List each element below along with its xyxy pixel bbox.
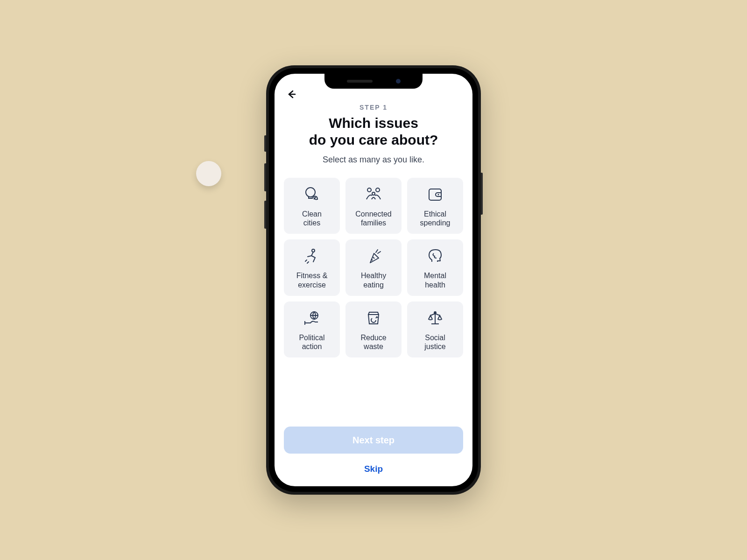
scales-icon bbox=[425, 309, 445, 329]
issue-label: Connected families bbox=[355, 210, 391, 227]
issue-label: Social justice bbox=[424, 333, 445, 351]
step-label: STEP 1 bbox=[284, 104, 463, 111]
issue-label: Political action bbox=[299, 333, 324, 351]
arrow-left-icon bbox=[286, 89, 297, 100]
head-brain-icon bbox=[425, 247, 445, 266]
issue-label: Reduce waste bbox=[360, 333, 386, 351]
issue-card-connected-families[interactable]: Connected families bbox=[345, 178, 402, 234]
hand-globe-icon bbox=[302, 309, 322, 329]
issue-card-clean-cities[interactable]: Clean cities bbox=[284, 178, 340, 234]
issue-card-mental-health[interactable]: Mental health bbox=[407, 239, 463, 295]
issue-label: Ethical spending bbox=[420, 210, 451, 227]
issue-card-fitness-exercise[interactable]: Fitness & exercise bbox=[284, 239, 340, 295]
skip-link[interactable]: Skip bbox=[284, 464, 463, 474]
phone-frame: STEP 1 Which issues do you care about? S… bbox=[266, 65, 481, 495]
recycle-box-icon bbox=[364, 309, 383, 329]
issue-card-political-action[interactable]: Political action bbox=[284, 301, 340, 357]
page-subtitle: Select as many as you like. bbox=[284, 155, 463, 165]
issues-grid: Clean citiesConnected familiesEthical sp… bbox=[284, 178, 463, 357]
cursor-indicator bbox=[196, 161, 221, 186]
family-icon bbox=[364, 185, 383, 205]
issue-label: Healthy eating bbox=[361, 271, 386, 289]
issue-card-reduce-waste[interactable]: Reduce waste bbox=[345, 301, 402, 357]
issue-card-healthy-eating[interactable]: Healthy eating bbox=[345, 239, 402, 295]
carrot-icon bbox=[364, 247, 383, 266]
notch bbox=[324, 74, 423, 89]
back-button[interactable] bbox=[284, 87, 299, 102]
issue-label: Mental health bbox=[424, 271, 446, 289]
next-step-button[interactable]: Next step bbox=[284, 427, 463, 454]
issue-label: Clean cities bbox=[302, 210, 322, 227]
bulb-leaf-icon bbox=[302, 185, 322, 205]
page-title: Which issues do you care about? bbox=[284, 115, 463, 148]
issue-label: Fitness & exercise bbox=[296, 271, 328, 289]
screen: STEP 1 Which issues do you care about? S… bbox=[275, 74, 472, 486]
wallet-icon bbox=[425, 185, 445, 205]
issue-card-social-justice[interactable]: Social justice bbox=[407, 301, 463, 357]
issue-card-ethical-spending[interactable]: Ethical spending bbox=[407, 178, 463, 234]
running-icon bbox=[302, 247, 322, 266]
